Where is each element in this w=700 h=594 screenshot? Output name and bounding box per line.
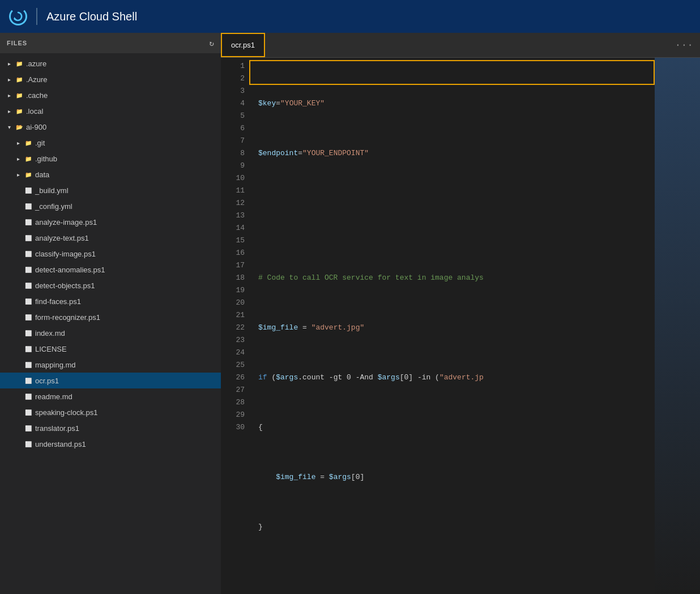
file-ps1-icon: ⬜ (24, 297, 33, 306)
folder-icon: 📁 (15, 106, 24, 116)
file-ps1-icon: ⬜ (24, 217, 33, 227)
folder-icon: 📁 (24, 170, 33, 179)
sidebar-item-build-yml[interactable]: ⬜ _build.yml (0, 182, 221, 198)
sidebar-item-LICENSE[interactable]: ⬜ LICENSE (0, 341, 221, 357)
sidebar-item-Azure[interactable]: 📁 .Azure (0, 71, 221, 87)
sidebar-item-label: find-faces.ps1 (35, 297, 81, 306)
file-ps1-icon: ⬜ (24, 439, 33, 448)
code-editor[interactable]: 1 2 3 4 5 6 7 8 9 10 11 12 13 14 15 16 1… (221, 58, 700, 594)
file-yml-icon: ⬜ (24, 186, 33, 195)
sidebar-item-label: LICENSE (35, 345, 67, 353)
sidebar-item-label: detect-anomalies.ps1 (35, 266, 105, 274)
sidebar-item-label: _build.yml (35, 186, 69, 195)
sidebar-item-label: .cache (26, 91, 48, 100)
sidebar-refresh-icon[interactable]: ↻ (210, 39, 214, 48)
sidebar-item-label: data (35, 170, 49, 179)
editor-tabs-bar: ocr.ps1 ··· (221, 33, 700, 58)
sidebar-item-find-faces[interactable]: ⬜ find-faces.ps1 (0, 293, 221, 309)
sidebar-item-label: readme.md (35, 392, 72, 401)
sidebar-item-detect-objects[interactable]: ⬜ detect-objects.ps1 (0, 277, 221, 293)
file-ps1-icon: ⬜ (24, 408, 33, 417)
sidebar-item-git[interactable]: 📁 .git (0, 135, 221, 151)
sidebar-item-mapping-md[interactable]: ⬜ mapping.md (0, 357, 221, 373)
title-bar: Azure Cloud Shell (0, 0, 700, 33)
sidebar-item-label: index.md (35, 329, 65, 337)
file-ps1-icon: ⬜ (24, 424, 33, 433)
sidebar-item-label: speaking-clock.ps1 (35, 408, 98, 417)
sidebar-item-readme-md[interactable]: ⬜ readme.md (0, 388, 221, 404)
sidebar-item-data[interactable]: 📁 data (0, 166, 221, 182)
folder-icon: 📁 (24, 138, 33, 147)
sidebar-item-cache[interactable]: 📁 .cache (0, 87, 221, 103)
sidebar-item-label: translator.ps1 (35, 424, 79, 433)
line-numbers: 1 2 3 4 5 6 7 8 9 10 11 12 13 14 15 16 1… (221, 58, 249, 594)
file-ps1-icon: ⬜ (24, 281, 33, 290)
sidebar-item-label: _config.yml (35, 202, 72, 211)
tree-arrow (5, 122, 14, 131)
refresh-icon[interactable] (9, 7, 27, 25)
sidebar-item-classify-image[interactable]: ⬜ classify-image.ps1 (0, 246, 221, 262)
sidebar-item-label: .github (35, 155, 57, 163)
file-icon: ⬜ (24, 344, 33, 353)
sidebar-item-detect-anomalies[interactable]: ⬜ detect-anomalies.ps1 (0, 262, 221, 277)
tree-arrow (14, 170, 23, 179)
tree-arrow (5, 106, 14, 116)
file-md-icon: ⬜ (24, 392, 33, 401)
tree-arrow (14, 138, 23, 147)
minimap-content (655, 58, 700, 594)
sidebar-item-azure-dot[interactable]: 📁 .azure (0, 55, 221, 71)
sidebar-item-form-recognizer[interactable]: ⬜ form-recognizer.ps1 (0, 309, 221, 325)
file-ps1-icon: ⬜ (24, 249, 33, 258)
file-ps1-icon: ⬜ (24, 265, 33, 274)
main-content: FILES ↻ 📁 .azure 📁 .Azure 📁 .cache (0, 33, 700, 594)
tree-arrow (5, 75, 14, 84)
folder-icon: 📁 (24, 154, 33, 163)
sidebar-item-label: .azure (26, 59, 46, 68)
sidebar-header: FILES ↻ (0, 33, 221, 53)
sidebar-item-config-yml[interactable]: ⬜ _config.yml (0, 198, 221, 214)
sidebar-item-ai-900[interactable]: 📂 ai-900 (0, 119, 221, 135)
sidebar-item-label: .Azure (26, 75, 48, 84)
sidebar-item-label: detect-objects.ps1 (35, 281, 95, 290)
file-md-icon: ⬜ (24, 360, 33, 369)
sidebar-item-local[interactable]: 📁 .local (0, 103, 221, 119)
code-content: $key="YOUR_KEY" $endpoint="YOUR_ENDPOINT… (249, 58, 655, 594)
sidebar-item-ocr-ps1[interactable]: ⬜ ocr.ps1 (0, 373, 221, 388)
sidebar-item-translator[interactable]: ⬜ translator.ps1 (0, 420, 221, 436)
file-ps1-icon: ⬜ (24, 376, 33, 385)
files-label: FILES (7, 40, 27, 46)
file-ps1-icon: ⬜ (24, 233, 33, 242)
sidebar-item-analyze-text[interactable]: ⬜ analyze-text.ps1 (0, 230, 221, 246)
sidebar-item-label: classify-image.ps1 (35, 250, 96, 258)
folder-icon: 📁 (15, 59, 24, 68)
tree-arrow (14, 154, 23, 163)
sidebar-item-speaking-clock[interactable]: ⬜ speaking-clock.ps1 (0, 404, 221, 420)
sidebar-item-label: .local (26, 107, 43, 116)
sidebar: FILES ↻ 📁 .azure 📁 .Azure 📁 .cache (0, 33, 221, 594)
tab-label: ocr.ps1 (231, 41, 255, 49)
sidebar-item-understand[interactable]: ⬜ understand.ps1 (0, 436, 221, 452)
minimap (655, 58, 700, 594)
sidebar-item-label: analyze-text.ps1 (35, 234, 89, 242)
editor-tabs: ocr.ps1 (221, 33, 265, 57)
folder-icon: 📂 (15, 122, 24, 131)
sidebar-item-label: .git (35, 139, 45, 147)
sidebar-item-analyze-image[interactable]: ⬜ analyze-image.ps1 (0, 214, 221, 230)
svg-marker-0 (14, 17, 17, 20)
sidebar-item-label: analyze-image.ps1 (35, 218, 97, 227)
editor-tab-ocr[interactable]: ocr.ps1 (221, 33, 265, 57)
tree-arrow (5, 59, 14, 68)
sidebar-item-label: mapping.md (35, 361, 76, 369)
sidebar-item-label: ocr.ps1 (35, 377, 59, 385)
folder-icon: 📁 (15, 75, 24, 84)
sidebar-item-label: form-recognizer.ps1 (35, 313, 100, 322)
tree-arrow (5, 91, 14, 100)
file-yml-icon: ⬜ (24, 202, 33, 211)
file-ps1-icon: ⬜ (24, 313, 33, 322)
sidebar-item-label: ai-900 (26, 123, 46, 131)
title-divider (36, 8, 37, 25)
folder-icon: 📁 (15, 91, 24, 100)
sidebar-item-github[interactable]: 📁 .github (0, 151, 221, 166)
editor-menu-button[interactable]: ··· (668, 40, 700, 51)
sidebar-item-index-md[interactable]: ⬜ index.md (0, 325, 221, 341)
